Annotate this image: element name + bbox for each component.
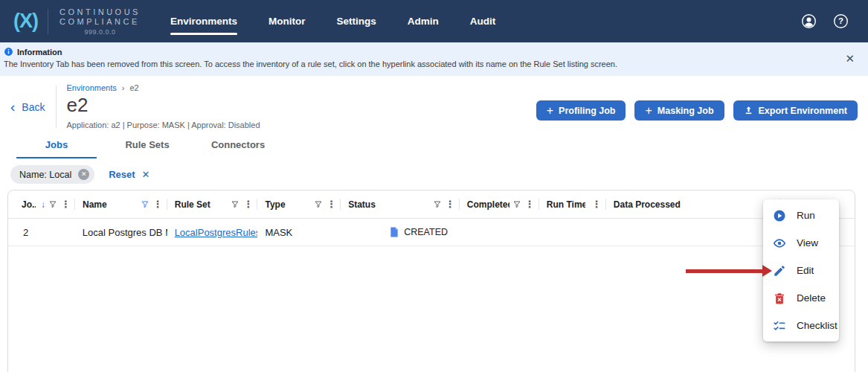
column-menu-icon[interactable]: ⋮ bbox=[525, 199, 535, 210]
page-title: e2 bbox=[66, 94, 260, 116]
column-menu-icon[interactable]: ⋮ bbox=[327, 199, 336, 210]
back-button[interactable]: ‹ Back bbox=[10, 101, 45, 113]
information-banner: Information The Inventory Tab has been r… bbox=[0, 42, 868, 76]
column-header-status[interactable]: Status ⋮ bbox=[341, 190, 460, 218]
topbar-icons: ? bbox=[801, 13, 849, 29]
filter-icon-active[interactable] bbox=[141, 200, 150, 209]
user-account-icon[interactable] bbox=[801, 13, 817, 29]
brand-line-2: COMPLIANCE bbox=[60, 17, 141, 27]
tab-connectors[interactable]: Connectors bbox=[198, 139, 278, 158]
main-nav: Environments Monitor Settings Admin Audi… bbox=[170, 13, 495, 30]
breadcrumb-separator: › bbox=[122, 83, 125, 92]
delphix-logo: (X) bbox=[13, 10, 38, 33]
jobs-table: Jo... ↓ ⋮ Name ⋮ Rule Set ⋮ Type ⋮ Statu… bbox=[7, 190, 855, 372]
column-header-job-id[interactable]: Jo... ↓ ⋮ bbox=[8, 190, 75, 218]
column-header-rule-set[interactable]: Rule Set ⋮ bbox=[167, 190, 258, 218]
column-header-name[interactable]: Name ⋮ bbox=[75, 190, 167, 218]
menu-item-edit[interactable]: Edit bbox=[763, 257, 839, 284]
profiling-job-button[interactable]: + Profiling Job bbox=[536, 100, 626, 121]
rule-set-link[interactable]: LocalPostgresRuleset bbox=[175, 227, 258, 238]
back-label: Back bbox=[22, 101, 45, 113]
help-icon[interactable]: ? bbox=[833, 13, 849, 29]
brand-line-1: CONTINUOUS bbox=[60, 7, 141, 17]
checklist-icon bbox=[773, 319, 786, 333]
column-header-completed-time[interactable]: Completed Ti... ⋮ bbox=[460, 190, 539, 218]
plus-icon: + bbox=[547, 105, 553, 117]
banner-close-icon[interactable]: ✕ bbox=[845, 52, 855, 65]
tab-rule-sets[interactable]: Rule Sets bbox=[107, 139, 187, 158]
reset-filters-button[interactable]: Reset ✕ bbox=[109, 169, 150, 180]
svg-text:?: ? bbox=[838, 16, 843, 25]
column-header-run-time[interactable]: Run Time ⋮ bbox=[539, 190, 606, 218]
back-chevron-icon: ‹ bbox=[10, 102, 15, 112]
filter-icon[interactable] bbox=[231, 200, 239, 209]
run-icon bbox=[773, 209, 786, 222]
menu-item-delete[interactable]: Delete bbox=[763, 284, 839, 312]
sort-desc-icon[interactable]: ↓ bbox=[41, 199, 45, 210]
filter-row: Name: Local ✕ Reset ✕ bbox=[10, 165, 868, 184]
top-navigation-bar: (X) CONTINUOUS COMPLIANCE 999.0.0.0 Envi… bbox=[0, 0, 868, 42]
nav-item-audit[interactable]: Audit bbox=[470, 13, 496, 30]
filter-icon[interactable] bbox=[433, 200, 442, 209]
table-header-row: Jo... ↓ ⋮ Name ⋮ Rule Set ⋮ Type ⋮ Statu… bbox=[8, 190, 855, 219]
menu-item-view[interactable]: View bbox=[763, 229, 839, 257]
nav-item-monitor[interactable]: Monitor bbox=[269, 13, 306, 30]
reset-clear-icon: ✕ bbox=[142, 169, 150, 180]
column-menu-icon[interactable]: ⋮ bbox=[61, 199, 71, 210]
export-environment-button[interactable]: Export Environment bbox=[733, 100, 858, 121]
info-icon bbox=[4, 47, 13, 57]
column-menu-icon[interactable]: ⋮ bbox=[592, 199, 602, 210]
header-divider bbox=[56, 86, 57, 128]
table-row-job-2[interactable]: 2 Local Postgres DB Ma... LocalPostgresR… bbox=[8, 219, 855, 246]
filter-icon[interactable] bbox=[512, 200, 521, 209]
cell-type: MASK bbox=[257, 227, 341, 238]
brand-divider bbox=[48, 9, 48, 34]
row-actions-context-menu: Run View Edit Delete Checklist bbox=[763, 199, 839, 341]
tab-bar: Jobs Rule Sets Connectors bbox=[16, 139, 868, 158]
cell-job-id: 2 bbox=[8, 227, 75, 238]
column-menu-icon[interactable]: ⋮ bbox=[243, 199, 253, 210]
banner-title: Information bbox=[17, 48, 62, 57]
column-header-type[interactable]: Type ⋮ bbox=[257, 190, 341, 218]
cell-status: CREATED bbox=[341, 227, 460, 237]
breadcrumb-environments-link[interactable]: Environments bbox=[66, 83, 116, 92]
column-menu-icon[interactable]: ⋮ bbox=[446, 199, 455, 210]
menu-item-run[interactable]: Run bbox=[763, 202, 839, 229]
column-header-data-processed[interactable]: Data Processed ⋮ bbox=[606, 190, 780, 218]
page-subtitle: Application: a2 | Purpose: MASK | Approv… bbox=[66, 121, 260, 129]
plus-icon: + bbox=[645, 105, 652, 117]
remove-filter-icon[interactable]: ✕ bbox=[78, 169, 89, 180]
filter-chip-label: Name: Local bbox=[19, 170, 71, 180]
masking-job-button[interactable]: + Masking Job bbox=[634, 100, 724, 121]
title-block: Environments › e2 e2 Application: a2 | P… bbox=[66, 82, 260, 129]
reset-label: Reset bbox=[109, 169, 135, 180]
nav-item-admin[interactable]: Admin bbox=[408, 13, 439, 30]
breadcrumb-current: e2 bbox=[129, 83, 138, 92]
upload-icon bbox=[744, 106, 753, 115]
breadcrumb: Environments › e2 bbox=[66, 83, 260, 92]
cell-rule-set: LocalPostgresRuleset bbox=[167, 227, 258, 238]
page-header: ‹ Back Environments › e2 e2 Application:… bbox=[0, 76, 868, 129]
status-label: CREATED bbox=[404, 227, 448, 237]
column-menu-icon[interactable]: ⋮ bbox=[153, 199, 163, 210]
brand-block: CONTINUOUS COMPLIANCE 999.0.0.0 bbox=[60, 7, 141, 36]
menu-item-checklist[interactable]: Checklist bbox=[763, 312, 839, 339]
banner-message: The Inventory Tab has been removed from … bbox=[4, 60, 834, 68]
view-icon bbox=[773, 237, 786, 250]
cell-job-name: Local Postgres DB Ma... bbox=[75, 227, 167, 238]
header-action-buttons: + Profiling Job + Masking Job Export Env… bbox=[536, 100, 858, 121]
status-document-icon bbox=[390, 227, 399, 237]
nav-item-settings[interactable]: Settings bbox=[336, 13, 376, 30]
nav-item-environments[interactable]: Environments bbox=[170, 13, 237, 30]
version-label: 999.0.0.0 bbox=[60, 28, 141, 36]
delete-icon bbox=[773, 292, 786, 305]
edit-icon bbox=[773, 264, 786, 278]
filter-icon[interactable] bbox=[48, 200, 57, 209]
filter-icon[interactable] bbox=[314, 200, 323, 209]
filter-chip-name-local[interactable]: Name: Local ✕ bbox=[10, 165, 94, 184]
tab-jobs[interactable]: Jobs bbox=[16, 139, 97, 158]
